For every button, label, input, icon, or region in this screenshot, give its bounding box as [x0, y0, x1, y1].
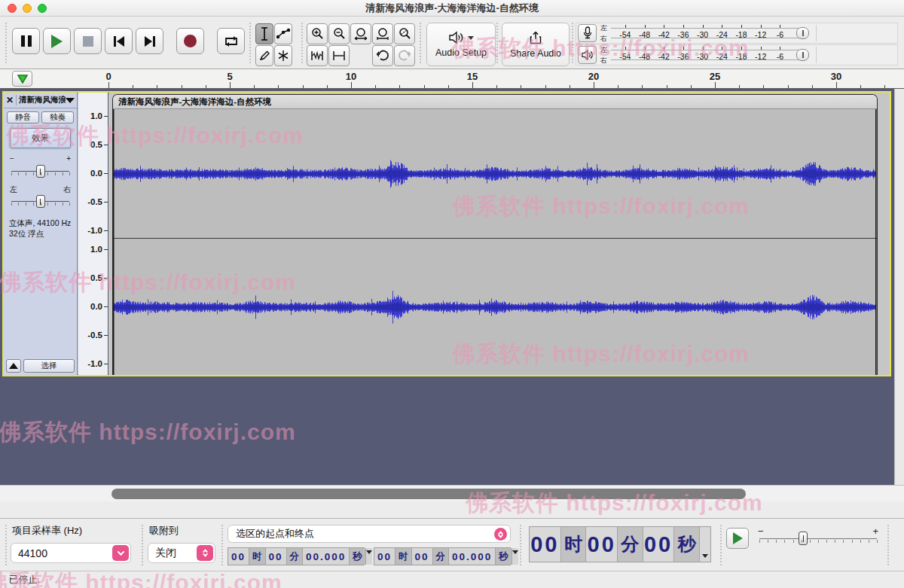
gain-slider-thumb[interactable]	[36, 165, 45, 178]
toolbar-grip[interactable]	[572, 23, 573, 63]
seconds-value[interactable]: 00	[643, 527, 675, 562]
close-window-button[interactable]	[8, 4, 17, 13]
gain-slider[interactable]: − +	[10, 154, 71, 179]
loop-button[interactable]	[217, 28, 245, 54]
microphone-button[interactable]	[578, 24, 597, 42]
silence-audio-button[interactable]	[328, 45, 350, 66]
vertical-scrollbar[interactable]	[894, 89, 904, 501]
combobox-dropdown-button[interactable]	[112, 545, 129, 561]
timeline-ruler-scale[interactable]: 051015202530	[0, 69, 904, 88]
dropdown-stepper-button[interactable]	[494, 528, 507, 541]
pan-slider-thumb[interactable]	[36, 195, 45, 208]
minutes-value[interactable]: 00	[412, 548, 433, 565]
minutes-value[interactable]: 00	[266, 548, 287, 565]
undo-button[interactable]	[372, 45, 393, 66]
solo-button[interactable]: 独奏	[41, 111, 74, 123]
pan-slider-track[interactable]	[10, 194, 71, 209]
snap-to-combobox[interactable]: 关闭	[148, 543, 215, 563]
close-track-button[interactable]: ✕	[4, 95, 17, 105]
gain-slider-track[interactable]	[10, 164, 71, 179]
seconds-value[interactable]: 00.000	[449, 548, 496, 565]
toolbar-grip[interactable]	[496, 23, 498, 63]
redo-button[interactable]	[394, 45, 415, 66]
clip-title[interactable]: 清新海风海浪声-大海海洋海边-自然环境	[113, 95, 877, 109]
minutes-value[interactable]: 00	[586, 527, 618, 562]
select-track-button[interactable]: 选择	[23, 359, 75, 373]
multi-tool-button[interactable]	[274, 45, 292, 66]
draw-tool-button[interactable]	[255, 45, 273, 66]
hours-value[interactable]: 00	[530, 527, 561, 562]
skip-to-end-icon	[142, 35, 157, 48]
selection-tool-button[interactable]	[255, 23, 273, 44]
track-clip-zone[interactable]: 清新海风海浪声-大海海洋海边-自然环境	[109, 93, 890, 375]
time-format-caret[interactable]	[512, 548, 518, 565]
audio-setup-button[interactable]: Audio Setup	[426, 23, 496, 66]
seconds-value[interactable]: 00.000	[303, 548, 350, 565]
selection-end-time[interactable]: 00 时 00 分 00.000 秒	[374, 547, 511, 565]
minimize-window-button[interactable]	[23, 4, 32, 13]
selection-start-time[interactable]: 00 时 00 分 00.000 秒	[228, 547, 365, 565]
project-rate-combobox[interactable]: 44100	[11, 543, 131, 563]
toolbar-grip[interactable]	[249, 23, 251, 63]
toolbar-grip[interactable]	[301, 23, 303, 63]
horizontal-scrollbar-thumb[interactable]	[111, 489, 746, 499]
play-button[interactable]	[43, 28, 71, 54]
waveform-channel-left[interactable]	[113, 109, 877, 239]
skip-to-start-button[interactable]	[105, 28, 133, 54]
envelope-tool-button[interactable]	[274, 23, 292, 44]
stop-button[interactable]	[74, 28, 102, 54]
mute-button[interactable]: 静音	[7, 111, 39, 123]
vertical-ruler[interactable]: 1.00.50.0-0.5-1.01.00.50.0-0.5-1.0	[78, 93, 108, 375]
selection-mode-dropdown[interactable]: 选区的起点和终点	[228, 525, 511, 543]
playback-speed-slider[interactable]: − +	[758, 528, 878, 549]
record-icon	[184, 35, 197, 47]
toolbar-grip[interactable]	[420, 23, 421, 63]
hours-unit: 时	[396, 548, 412, 565]
toolbar-grip[interactable]	[720, 525, 722, 565]
toolbar-grip[interactable]	[5, 23, 7, 63]
play-at-speed-button[interactable]	[726, 528, 749, 549]
meter-channel-labels: 左右	[600, 23, 607, 43]
timeline-ruler[interactable]: 051015202530	[0, 69, 904, 89]
effects-button[interactable]: 效果	[10, 128, 71, 148]
speed-slider-thumb[interactable]	[799, 532, 808, 545]
share-audio-button[interactable]: Share Audio	[502, 23, 570, 66]
track-name[interactable]: 清新海风海浪	[17, 95, 66, 105]
fit-project-button[interactable]	[372, 23, 393, 44]
waveform-channel-right[interactable]	[113, 239, 877, 375]
hours-value[interactable]: 00	[374, 548, 396, 565]
pan-slider[interactable]: 左 右	[10, 184, 71, 209]
share-audio-label: Share Audio	[510, 48, 561, 59]
playback-speaker-button[interactable]	[578, 46, 597, 64]
time-format-caret[interactable]	[700, 527, 710, 562]
collapse-track-button[interactable]	[6, 359, 21, 373]
skip-to-end-button[interactable]	[136, 28, 163, 54]
time-format-caret[interactable]	[366, 548, 372, 565]
combobox-stepper-button[interactable]	[197, 545, 213, 561]
zoom-toggle-button[interactable]	[394, 23, 415, 44]
toolbar-grip[interactable]	[5, 525, 7, 565]
zoom-out-button[interactable]	[328, 23, 350, 44]
tracks-workspace[interactable]: ✕ 清新海风海浪 静音 独奏 效果 − +	[0, 89, 904, 501]
record-button[interactable]	[176, 28, 204, 54]
toolbar-grip[interactable]	[520, 525, 521, 565]
zoom-in-button[interactable]	[307, 23, 328, 44]
zoom-window-button[interactable]	[38, 4, 47, 13]
toolbar-grip[interactable]	[887, 525, 889, 565]
toolbar-grip[interactable]	[221, 525, 223, 565]
recording-meter[interactable]: 左右 -54-48-42-36-30-24-18-12-6	[576, 23, 898, 44]
audio-clip[interactable]: 清新海风海浪声-大海海洋海边-自然环境	[112, 94, 878, 375]
playback-meter[interactable]: 左右 -54-48-42-36-30-24-18-12-6	[576, 44, 898, 66]
timeline-tick-label: 15	[467, 71, 478, 82]
hours-value[interactable]: 00	[228, 548, 249, 565]
silence-audio-icon	[331, 50, 347, 62]
track-menu-caret-icon[interactable]	[66, 98, 75, 103]
toolbar-grip[interactable]	[142, 525, 143, 565]
collapse-icon	[9, 363, 18, 369]
trim-audio-button[interactable]	[307, 45, 328, 66]
pause-button[interactable]	[12, 28, 40, 54]
project-rate-value: 44100	[18, 547, 47, 559]
horizontal-scrollbar[interactable]	[0, 485, 904, 501]
zoom-to-selection-button[interactable]	[350, 23, 371, 44]
audio-position-display[interactable]: 00 时 00 分 00 秒	[529, 526, 711, 562]
